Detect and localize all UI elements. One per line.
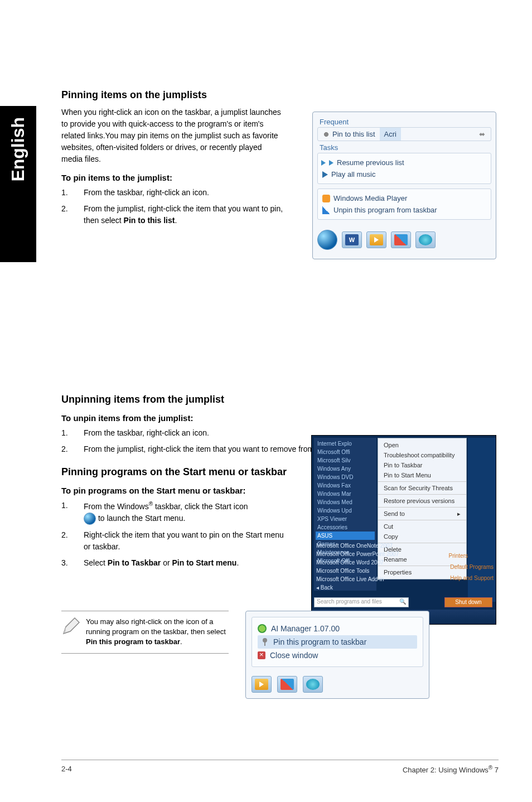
taskbar-strip: W <box>317 224 491 250</box>
step-number: 1. <box>61 187 84 199</box>
taskbar-puzzle-icon[interactable] <box>391 231 411 248</box>
group-tasks: Tasks <box>320 143 491 152</box>
start-orb[interactable] <box>317 230 337 250</box>
pencil-icon <box>61 617 80 636</box>
intro-paragraph: When you right-click an icon on the task… <box>61 107 284 165</box>
menu-item[interactable]: Windows DVD <box>316 473 375 481</box>
pin-push-icon[interactable]: ⬌ <box>479 130 491 138</box>
taskbar-wmp-icon[interactable] <box>366 231 386 248</box>
ai-icon <box>258 624 267 633</box>
unpin-row[interactable]: Unpin this program from taskbar <box>321 204 487 216</box>
page-footer: 2-4 Chapter 2: Using Windows® 7 <box>61 760 499 774</box>
menu-item[interactable]: Windows Upd <box>316 506 375 515</box>
menu-item[interactable]: Microsoft Offi <box>316 448 375 456</box>
unpin-icon <box>322 206 330 214</box>
asus-icon <box>306 679 320 690</box>
ctx-sendto[interactable]: Send to▸ <box>378 509 466 519</box>
menu-item[interactable]: Windows Any <box>316 465 375 473</box>
play-orange-icon <box>255 679 268 690</box>
taskbar-word-icon[interactable]: W <box>342 231 362 248</box>
ai-manager-row[interactable]: AI Manager 1.07.00 <box>258 622 417 635</box>
ctx-copy[interactable]: Copy <box>378 532 466 542</box>
ctx-troubleshoot[interactable]: Troubleshoot compatibility <box>378 450 466 460</box>
play-icon <box>322 171 328 178</box>
word-icon: W <box>345 234 359 245</box>
menu-item[interactable]: Windows Mar <box>316 490 375 498</box>
figure-jumplist-popup: Frequent Pin to this list Acri ⬌ Tasks R… <box>312 112 496 259</box>
menu-item-asus[interactable]: ASUS <box>316 532 375 540</box>
step-number: 2. <box>61 443 84 455</box>
menu-item[interactable]: Microsoft Silv <box>316 456 375 465</box>
step-number: 2. <box>61 203 84 226</box>
step-number: 2. <box>61 529 84 553</box>
menu-item[interactable]: Windows Med <box>316 498 375 506</box>
taskbar-puzzle-icon[interactable] <box>277 676 297 693</box>
figure-start-menu: Internet Explo Microsoft Offi Microsoft … <box>311 435 496 625</box>
group-frequent: Frequent <box>320 118 491 126</box>
wmp-row[interactable]: Windows Media Player <box>321 192 487 204</box>
recent-item[interactable]: Microsoft Office PowerPoint 2007 <box>314 550 470 558</box>
recent-item[interactable]: Microsoft Office OneNote 2007 <box>314 542 470 550</box>
taskbar-asus-icon[interactable] <box>415 231 436 248</box>
step-text: Select Pin to Taskbar or Pin to Start me… <box>84 557 284 569</box>
pin-icon <box>322 131 330 138</box>
close-icon <box>258 651 265 659</box>
menu-item[interactable]: Internet Explo <box>316 439 375 448</box>
step-number: 1. <box>61 500 84 525</box>
task-play-all[interactable]: Play all music <box>321 168 487 180</box>
shutdown-button[interactable]: Shut down <box>444 597 492 607</box>
acri-item[interactable]: Acri <box>380 128 401 141</box>
start-icon <box>84 513 96 525</box>
ctx-cut[interactable]: Cut <box>378 521 466 532</box>
pin-start-steps: 1.From the Windows® taskbar, click the S… <box>61 500 284 569</box>
close-window-row[interactable]: Close window <box>258 649 417 662</box>
recent-item[interactable]: Microsoft Office Word 2007 <box>314 558 470 567</box>
note-callout: You may also right-click on the icon of … <box>61 611 229 654</box>
pin-to-list-row[interactable]: Pin to this list Acri ⬌ <box>317 127 491 141</box>
resume-icon <box>321 160 326 166</box>
asus-icon <box>419 234 432 245</box>
note-block: You may also right-click on the icon of … <box>61 611 496 699</box>
page-number: 2-4 <box>61 765 72 774</box>
ctx-pin-start[interactable]: Pin to Start Menu <box>378 470 466 480</box>
taskbar-strip <box>252 673 423 693</box>
recent-item[interactable]: Microsoft Office Live Add-in <box>314 575 470 583</box>
heading-pinning-jumplists: Pinning items on the jumplists <box>61 89 496 101</box>
main-content: Pinning items on the jumplists When you … <box>61 89 496 573</box>
search-box[interactable]: Search programs and files🔍 <box>314 597 409 607</box>
menu-item[interactable]: XPS Viewer <box>316 515 375 523</box>
play-orange-icon <box>370 234 383 245</box>
chapter-label: Chapter 2: Using Windows® 7 <box>403 765 499 774</box>
ctx-scan[interactable]: Scan for Security Threats <box>378 483 466 493</box>
taskbar-asus-icon[interactable] <box>303 676 323 693</box>
step-text: Right-click the item that you want to pi… <box>84 529 284 553</box>
menu-item[interactable]: Accessories <box>316 523 375 532</box>
heading-unpinning: Unpinning items from the jumplist <box>61 394 496 405</box>
task-resume[interactable]: Resume previous list <box>321 157 487 168</box>
resume-icon <box>329 160 333 166</box>
pin-steps: 1.From the taskbar, right-click an icon.… <box>61 187 284 226</box>
wmp-icon <box>322 195 330 202</box>
figure-taskbar-popup: AI Manager 1.07.00 Pin this program to t… <box>245 611 429 699</box>
note-text: You may also right-click on the icon of … <box>86 617 229 648</box>
ctx-open[interactable]: Open <box>378 440 466 450</box>
subheading-pin-jumplist: To pin items to the jumplist: <box>61 173 284 182</box>
step-text: From the taskbar, right-click an icon. <box>84 187 284 199</box>
step-text: From the Windows® taskbar, click the Sta… <box>84 500 284 525</box>
puzzle-icon <box>280 679 294 690</box>
back-button[interactable]: ◂ Back <box>314 583 470 592</box>
step-number: 1. <box>61 427 84 439</box>
recent-item[interactable]: Microsoft Office Tools <box>314 567 470 575</box>
puzzle-icon <box>394 234 408 245</box>
language-tab: English <box>0 106 36 262</box>
pin-icon <box>261 638 269 646</box>
language-label: English <box>8 117 28 182</box>
recent-programs: Microsoft Office OneNote 2007 Microsoft … <box>314 542 470 592</box>
pin-program-row[interactable]: Pin this program to taskbar <box>258 635 417 649</box>
menu-item[interactable]: Windows Fax <box>316 481 375 490</box>
step-number: 3. <box>61 557 84 569</box>
step-text: From the jumplist, right-click the item … <box>84 203 284 226</box>
taskbar-wmp-icon[interactable] <box>252 676 272 693</box>
ctx-restore[interactable]: Restore previous versions <box>378 496 466 506</box>
ctx-pin-taskbar[interactable]: Pin to Taskbar <box>378 460 466 470</box>
